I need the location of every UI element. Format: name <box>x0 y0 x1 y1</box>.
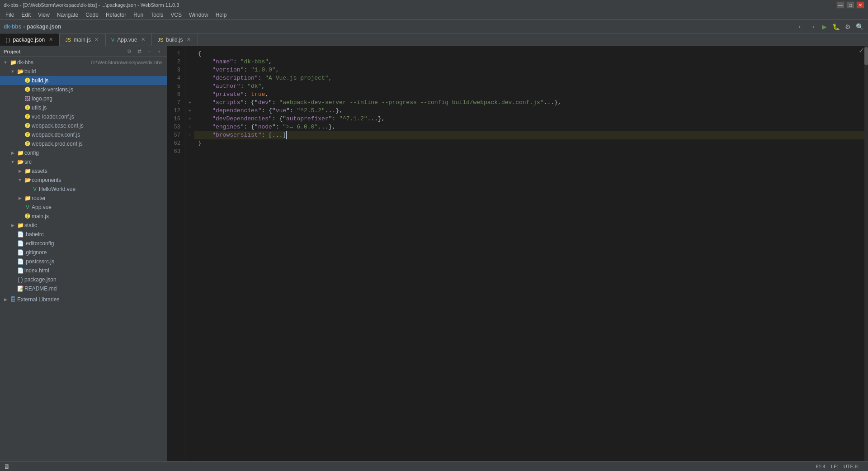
panel-expand-icon[interactable]: + <box>155 48 163 56</box>
tree-item-config[interactable]: ▶ 📁 config <box>0 148 167 157</box>
scroll-thumb[interactable] <box>864 47 868 65</box>
breadcrumb-file[interactable]: package.json <box>27 24 61 30</box>
settings-button[interactable]: ⚙ <box>843 22 853 32</box>
arrow-components: ▼ <box>16 178 24 182</box>
panel-collapse-icon[interactable]: − <box>145 48 153 56</box>
code-line-63 <box>194 147 868 156</box>
token: "private" <box>212 90 244 99</box>
tab-app-vue[interactable]: V App.vue ✕ <box>106 33 152 46</box>
close-button[interactable]: ✕ <box>856 1 864 9</box>
code-line-1: { <box>194 50 868 58</box>
tab-main-js[interactable]: JS main.js ✕ <box>60 33 106 46</box>
tab-build-js[interactable]: JS build.js ✕ <box>152 33 198 46</box>
scroll-indicator[interactable] <box>864 46 868 461</box>
token: ...}, <box>318 123 335 131</box>
file-icon-package-json: { } <box>16 276 24 283</box>
status-bar-left: 🖥 <box>4 463 812 470</box>
gutter-62 <box>185 139 194 147</box>
tree-label-app-vue: App.vue <box>32 204 163 210</box>
line-num-1: 1 <box>167 50 182 58</box>
tree-item-webpack-prod[interactable]: 🅙 webpack.prod.conf.js <box>0 139 167 148</box>
tree-item-babelrc[interactable]: 📄 .babelrc <box>0 230 167 239</box>
tree-item-package-json[interactable]: { } package.json <box>0 275 167 284</box>
tree-item-gitignore[interactable]: 📄 .gitignore <box>0 248 167 257</box>
tab-main-js-label: main.js <box>74 37 91 43</box>
project-panel: Project ⚙ ⇄ − + ▼ 📁 dk-bbs D:\WebStorm\w… <box>0 46 167 461</box>
tree-item-app-vue[interactable]: V App.vue <box>0 203 167 212</box>
debug-button[interactable]: 🐛 <box>831 22 841 32</box>
gutter-57[interactable]: + <box>185 131 194 139</box>
tab-package-json[interactable]: { } package.json ✕ <box>0 33 60 46</box>
menu-code[interactable]: Code <box>82 11 102 19</box>
menu-vcs[interactable]: VCS <box>167 11 185 19</box>
panel-title: Project <box>4 49 123 54</box>
tree-item-editorconfig[interactable]: 📄 .editorconfig <box>0 239 167 248</box>
menu-file[interactable]: File <box>2 11 18 19</box>
code-line-4: "description": "A Vue.js project", <box>194 74 868 82</box>
tree-item-assets[interactable]: ▶ 📁 assets <box>0 167 167 176</box>
line-ending[interactable]: LF: <box>831 464 838 469</box>
menu-navigate[interactable]: Navigate <box>53 11 82 19</box>
breadcrumb-project[interactable]: dk-bbs <box>4 24 21 30</box>
tree-item-external[interactable]: ▶ 🗄 External Libraries <box>0 295 167 304</box>
tree-label-postcssrc: .postcssrc.js <box>24 258 163 265</box>
code-line-2: "name": "dk-bbs", <box>194 58 868 66</box>
tree-item-build[interactable]: ▼ 📂 build <box>0 67 167 76</box>
code-content[interactable]: { "name": "dk-bbs", "version": "1.0.0", … <box>194 46 868 461</box>
tab-package-json-close[interactable]: ✕ <box>47 37 54 43</box>
token: : <box>272 99 279 107</box>
tree-item-router[interactable]: ▶ 📁 router <box>0 194 167 203</box>
tree-item-src[interactable]: ▼ 📂 src <box>0 157 167 167</box>
tree-item-utils[interactable]: 🅙 utils.js <box>0 103 167 112</box>
gutter-7[interactable]: + <box>185 99 194 107</box>
menu-view[interactable]: View <box>34 11 53 19</box>
tree-label-root-path: D:\WebStorm\workspace\dk-bbs <box>91 60 164 65</box>
tree-label-config: config <box>24 150 163 156</box>
cursor <box>286 131 287 139</box>
tree-item-postcssrc[interactable]: 📄 .postcssrc.js <box>0 257 167 266</box>
panel-settings-icon[interactable]: ⚙ <box>125 48 133 56</box>
tree-item-components[interactable]: ▼ 📂 components <box>0 176 167 185</box>
run-button[interactable]: ▶ <box>819 22 829 32</box>
encoding[interactable]: UTF-8: <box>844 464 859 469</box>
menu-run[interactable]: Run <box>130 11 147 19</box>
tree-item-logo[interactable]: 🖼 logo.png <box>0 94 167 103</box>
tree-item-webpack-base[interactable]: 🅙 webpack.base.conf.js <box>0 121 167 130</box>
tab-build-js-label: build.js <box>166 37 183 43</box>
tree-item-static[interactable]: ▶ 📁 static <box>0 221 167 230</box>
tree-item-root[interactable]: ▼ 📁 dk-bbs D:\WebStorm\workspace\dk-bbs <box>0 58 167 67</box>
tree-item-webpack-dev[interactable]: 🅙 webpack.dev.conf.js <box>0 130 167 139</box>
gutter-12[interactable]: + <box>185 107 194 115</box>
token <box>198 131 212 139</box>
tab-main-js-close[interactable]: ✕ <box>94 37 100 43</box>
tab-app-vue-close[interactable]: ✕ <box>140 37 146 43</box>
tree-item-vue-loader[interactable]: 🅙 vue-loader.conf.js <box>0 112 167 121</box>
menu-window[interactable]: Window <box>185 11 212 19</box>
menu-help[interactable]: Help <box>212 11 231 19</box>
token: "dk-bbs" <box>241 58 269 66</box>
tab-build-js-close[interactable]: ✕ <box>186 37 192 43</box>
forward-button[interactable]: → <box>807 22 817 32</box>
menu-refactor[interactable]: Refactor <box>102 11 130 19</box>
file-icon-app-vue: V <box>24 204 32 210</box>
menu-tools[interactable]: Tools <box>147 11 167 19</box>
gutter-16[interactable]: + <box>185 115 194 123</box>
tree-item-main-js[interactable]: 🅙 main.js <box>0 212 167 221</box>
line-num-12: 12 <box>167 107 182 115</box>
tree-item-helloworld[interactable]: V HelloWorld.vue <box>0 185 167 194</box>
tree-item-index-html[interactable]: 📄 index.html <box>0 266 167 275</box>
tree-item-readme[interactable]: 📝 README.md <box>0 284 167 293</box>
menu-edit[interactable]: Edit <box>18 11 34 19</box>
tree-item-build-js[interactable]: 🅙 build.js <box>0 76 167 85</box>
minimize-button[interactable]: — <box>836 1 844 9</box>
search-button[interactable]: 🔍 <box>854 22 864 32</box>
tree-item-check-versions[interactable]: 🅙 check-versions.js <box>0 85 167 94</box>
code-editor[interactable]: 1 2 3 4 5 6 7 12 16 53 57 62 63 <box>167 46 868 461</box>
maximize-button[interactable]: □ <box>846 1 854 9</box>
token: "description" <box>212 74 258 82</box>
panel-sync-icon[interactable]: ⇄ <box>135 48 143 56</box>
code-line-57: "browserslist": [...] <box>194 131 868 139</box>
back-button[interactable]: ← <box>796 22 806 32</box>
arrow-external: ▶ <box>2 297 9 302</box>
gutter-53[interactable]: + <box>185 123 194 131</box>
